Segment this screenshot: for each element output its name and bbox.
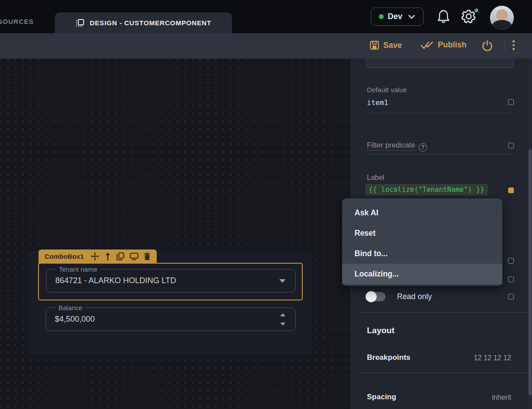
- section-divider: [360, 312, 528, 313]
- filter-predicate-label: Filter predicate: [367, 141, 415, 151]
- environment-selector[interactable]: Dev: [371, 8, 424, 26]
- default-value-field[interactable]: item1: [367, 98, 388, 107]
- label-expression-field[interactable]: {{ localize("TenantName") }}: [365, 184, 488, 195]
- tab-design-label: DESIGN - CUSTOMERCOMPONENT: [90, 19, 212, 27]
- bind-toggle-hidden-row-1[interactable]: [508, 258, 514, 264]
- spinner-down-icon[interactable]: [280, 323, 285, 326]
- items-input-partial[interactable]: [366, 58, 513, 68]
- select-parent-icon[interactable]: [104, 253, 111, 261]
- chevron-down-icon: [408, 15, 415, 19]
- default-value-label: Default value: [367, 86, 407, 94]
- more-options-button[interactable]: [513, 40, 515, 50]
- panel-scrollbar-thumb[interactable]: [528, 149, 532, 395]
- bind-toggle-label-bound[interactable]: [508, 187, 514, 193]
- section-divider: [360, 373, 528, 373]
- toolbar-divider: [504, 39, 505, 52]
- user-avatar[interactable]: [490, 6, 514, 30]
- tab-design-customercomponent[interactable]: DESIGN - CUSTOMERCOMPONENT: [55, 12, 232, 33]
- action-toolbar: Save Publish: [0, 33, 532, 58]
- help-icon[interactable]: ?: [419, 143, 427, 152]
- breakpoints-row[interactable]: Breakpoints: [367, 353, 410, 362]
- menu-item-reset[interactable]: Reset: [342, 223, 502, 243]
- logout-button[interactable]: [481, 40, 493, 52]
- component-name-label: ComboBox1: [45, 253, 84, 260]
- read-only-label: Read only: [397, 292, 432, 301]
- bind-toggle-read-only[interactable]: [508, 294, 514, 300]
- selected-component-badge[interactable]: ComboBox1: [39, 249, 157, 263]
- kebab-menu-icon: [513, 40, 515, 50]
- avatar-shoulders: [492, 20, 512, 30]
- spinner-up-icon[interactable]: [280, 313, 285, 316]
- app-window: SOURCES DESIGN - CUSTOMERCOMPONENT Dev: [0, 0, 532, 409]
- menu-item-localizing[interactable]: Localizing...: [342, 264, 502, 284]
- bell-icon: [436, 9, 451, 24]
- number-spinner: [280, 308, 285, 331]
- top-header-bar: SOURCES DESIGN - CUSTOMERCOMPONENT Dev: [0, 0, 532, 33]
- preview-screen-icon[interactable]: [130, 253, 139, 260]
- avatar-face: [496, 9, 508, 21]
- bind-toggle-hidden-row-2[interactable]: [508, 277, 514, 282]
- divider: [366, 154, 513, 155]
- binding-context-menu: Ask AI Reset Bind to... Localizing...: [342, 199, 502, 286]
- settings-status-dot: [474, 8, 479, 13]
- toggle-knob: [366, 291, 377, 302]
- dropdown-caret-icon[interactable]: [279, 279, 285, 283]
- menu-item-ask-ai[interactable]: Ask AI: [342, 203, 502, 223]
- tenant-name-combobox[interactable]: Tenant name 864721 - ALARKO HOLDING LTD: [46, 269, 296, 292]
- breakpoints-value: 12 12 12 12: [474, 354, 511, 362]
- tab-sources[interactable]: SOURCES: [0, 18, 34, 25]
- layout-section-title: Layout: [367, 326, 394, 335]
- balance-value: $4,500,000: [55, 308, 95, 331]
- move-handle-icon[interactable]: [91, 252, 99, 261]
- save-floppy-icon: [370, 40, 379, 50]
- divider: [366, 113, 513, 113]
- save-label: Save: [383, 41, 402, 50]
- tenant-name-value: 864721 - ALARKO HOLDING LTD: [55, 269, 176, 292]
- duplicate-icon[interactable]: [116, 252, 124, 261]
- read-only-toggle[interactable]: [367, 292, 386, 301]
- publish-button[interactable]: Publish: [420, 40, 466, 50]
- env-label: Dev: [388, 12, 402, 21]
- publish-label: Publish: [438, 40, 466, 50]
- bind-toggle-default-value[interactable]: [508, 99, 514, 105]
- bind-toggle-filter-predicate[interactable]: [508, 143, 514, 148]
- balance-number-field[interactable]: Balance $4,500,000: [46, 308, 296, 331]
- design-canvas[interactable]: ComboBox1: [0, 58, 349, 409]
- spacing-value: inherit: [492, 393, 511, 401]
- delete-trash-icon[interactable]: [144, 253, 150, 261]
- notifications-button[interactable]: [436, 9, 451, 24]
- spacing-row[interactable]: Spacing: [367, 393, 396, 401]
- label-property-label: Label: [367, 174, 384, 182]
- double-check-icon: [420, 41, 434, 50]
- menu-item-bind-to[interactable]: Bind to...: [342, 243, 502, 264]
- power-icon: [481, 40, 493, 52]
- design-component-icon: [76, 19, 85, 27]
- filter-predicate-row[interactable]: Filter predicate?: [367, 141, 427, 152]
- save-button[interactable]: Save: [370, 40, 402, 50]
- env-status-dot: [379, 14, 384, 19]
